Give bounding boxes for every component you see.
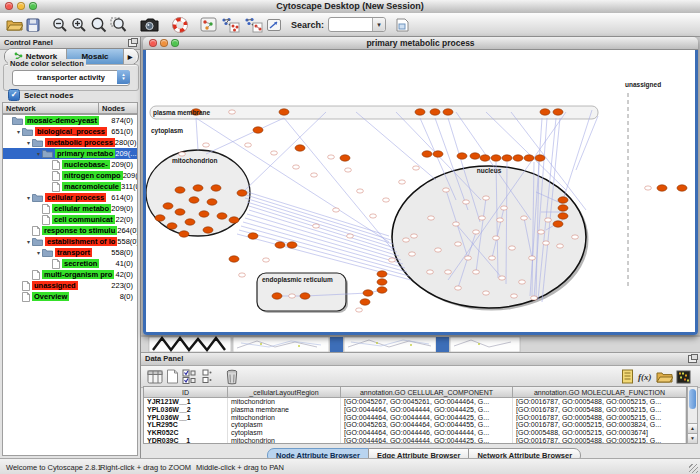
scroll-down-icon[interactable]: ▼ [688,433,697,443]
table-cell[interactable]: cytoplasm [228,421,341,429]
table-cell[interactable]: [GO:0044464, GO:0044444, GO:0044425, G..… [341,414,513,422]
tree-item-label[interactable]: nucleobase- [62,160,110,169]
table-scrollbar[interactable]: ▲ ▼ [687,386,698,444]
table-cell[interactable]: cytoplasm [228,429,341,437]
table-row[interactable]: YLR295Ccytoplasm[GO:0045263, GO:0044464,… [144,421,686,429]
attribute-columns-icon[interactable] [147,367,163,387]
merge-networks-icon[interactable] [220,15,240,35]
tree-item-label[interactable]: cellular process [45,193,106,202]
scroll-up-icon[interactable]: ▲ [688,423,697,433]
table-cell[interactable]: [GO:0016787, GO:0005488, GO:0005215, G..… [513,398,686,406]
tree-item[interactable]: secretion41(0) [3,258,137,269]
float-panel-icon[interactable] [688,355,697,363]
attribute-matrix-icon[interactable] [676,367,691,387]
tree-item-label[interactable]: cell communicat [52,215,115,224]
table-row[interactable]: YPL036W__1mitochondrion[GO:0044464, GO:0… [144,414,686,422]
attribute-list-icon[interactable] [621,367,634,387]
tree-item[interactable]: ▾transport558(0) [3,247,137,258]
create-attribute-icon[interactable] [166,367,179,387]
tree-item-label[interactable]: mosaic-demo-yeast [25,116,99,125]
vizmapper-icon[interactable] [266,15,282,35]
search-configure-icon[interactable] [395,15,410,35]
tree-item[interactable]: ▾metabolic process280(0) [3,137,137,148]
table-cell[interactable]: YLR295C [144,421,228,429]
disclosure-triangle[interactable]: ▾ [25,238,32,245]
col-header-molecular-function[interactable]: annotation.GO MOLECULAR_FUNCTION [513,387,686,398]
tree-item[interactable]: ▾establishment of lo558(0) [3,236,137,247]
col-header-id[interactable]: ID [144,387,228,398]
table-cell[interactable]: [GO:0016787, GO:0005488, GO:0005215, G..… [513,414,686,422]
table-cell[interactable]: YPL036W__2 [144,406,228,414]
table-cell[interactable]: [GO:0044464, GO:0044446, GO:0044444, G..… [341,429,513,437]
table-cell[interactable]: [GO:0045263, GO:0044464, GO:0044455, G..… [341,421,513,429]
disclosure-triangle[interactable]: ▾ [25,139,32,146]
tree-item[interactable]: cellular metabo209(0) [3,203,137,214]
zoom-selected-region-icon[interactable] [110,15,127,35]
table-cell[interactable]: YPL036W__1 [144,414,228,422]
tree-item-label[interactable]: primary metabo [55,149,115,158]
tree-item-label[interactable]: Overview [32,292,69,301]
tree-item[interactable]: ▾primary metabo209(... [3,148,137,159]
table-cell[interactable]: mitochondrion [228,414,341,422]
table-cell[interactable]: [GO:0045267, GO:0045261, GO:0044464, G..… [341,398,513,406]
tree-item[interactable]: Overview8(0) [3,291,137,302]
table-cell[interactable]: YJR121W__1 [144,398,228,406]
tree-item[interactable]: mosaic-demo-yeast874(0) [3,115,137,126]
tree-item[interactable]: nitrogen compo209(0) [3,170,137,181]
scrollbar-thumb[interactable] [689,389,696,409]
table-cell[interactable]: [GO:0044464, GO:0044444, GO:0044425, G..… [341,406,513,414]
tree-item-label[interactable]: biological_process [35,127,107,136]
table-cell[interactable]: [GO:0005488, GO:0005215, GO:0003674] [513,429,686,437]
help-icon[interactable] [172,15,188,35]
table-cell[interactable]: [GO:0016787, GO:0005488, GO:0005215, G..… [513,406,686,414]
tree-item-label[interactable]: metabolic process [45,138,115,147]
table-row[interactable]: YKR052Ccytoplasm[GO:0044464, GO:0044446,… [144,429,686,437]
disclosure-triangle[interactable]: ▾ [35,150,42,157]
open-network-icon[interactable] [200,15,217,35]
zoom-out-icon[interactable] [52,15,68,35]
tree-item-label[interactable]: establishment of lo [45,237,117,246]
select-attributes-icon[interactable] [182,367,198,387]
zoom-fit-icon[interactable] [90,15,107,35]
table-row[interactable]: YPL036W__2plasma membrane[GO:0044464, GO… [144,406,686,414]
col-header-region[interactable]: _cellularLayoutRegion [228,387,341,398]
tab-overflow-button[interactable]: ▶ [124,49,136,64]
network-window-titlebar[interactable]: primary metabolic process [143,37,698,50]
search-input[interactable]: ▾ [328,17,386,32]
table-cell[interactable]: YKR052C [144,429,228,437]
table-row[interactable]: YJR121W__1mitochondrion[GO:0045267, GO:0… [144,398,686,406]
tree-item[interactable]: response to stimulu264(0) [3,225,137,236]
tree-item[interactable]: nucleobase-209(0) [3,159,137,170]
combo-stepper-icon[interactable]: ▲▼ [117,70,130,84]
merge-networks-alt-icon[interactable] [243,15,263,35]
tree-header-nodes[interactable]: Nodes [99,102,138,114]
disclosure-triangle[interactable]: ▾ [35,249,42,256]
table-cell[interactable]: [GO:0044464, GO:0044444, GO:0044425, G..… [341,437,513,444]
attribute-batch-icon[interactable] [201,367,213,387]
table-row[interactable]: YDR039C__1mitochondrion[GO:0044464, GO:0… [144,437,686,444]
save-session-icon[interactable] [26,15,40,35]
import-attributes-icon[interactable] [656,367,673,387]
tree-item-label[interactable]: transport [55,248,92,257]
col-header-cellular-component[interactable]: annotation.GO CELLULAR_COMPONENT [341,387,513,398]
tree-item-label[interactable]: unassigned [32,281,78,290]
tree-item[interactable]: ▾cellular process614(0) [3,192,137,203]
tree-item[interactable]: cell communicat22(0) [3,214,137,225]
node-color-attribute-select[interactable]: transporter activity ▲▼ [12,70,130,86]
open-file-icon[interactable] [6,15,23,35]
tree-item[interactable]: ▾biological_process651(0) [3,126,137,137]
tree-item-label[interactable]: response to stimulu [42,226,117,235]
resize-grip[interactable] [689,464,698,473]
zoom-in-icon[interactable] [71,15,87,35]
search-dropdown-icon[interactable]: ▾ [372,18,385,31]
table-cell[interactable]: [GO:0016787, GO:0005488, GO:0005215, G..… [513,437,686,444]
tree-item-label[interactable]: multi-organism pro [42,270,114,279]
tree-item-label[interactable]: nitrogen compo [62,171,123,180]
snapshot-icon[interactable] [139,15,160,35]
table-cell[interactable]: [GO:0016787, GO:0005215, GO:0003824, G..… [513,421,686,429]
float-panel-icon[interactable] [128,39,137,47]
function-builder-icon[interactable]: f(x) [637,367,653,387]
delete-attribute-icon[interactable] [225,367,239,387]
disclosure-triangle[interactable]: ▾ [25,194,32,201]
tree-item-label[interactable]: macromolecule [62,182,121,191]
